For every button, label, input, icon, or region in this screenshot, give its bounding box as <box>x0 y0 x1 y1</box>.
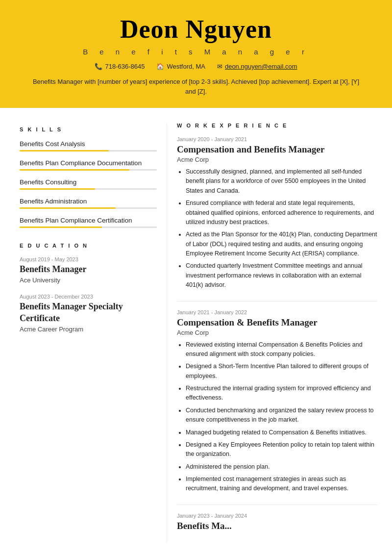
work-section-header: W O R K E X P E R I E N C E <box>177 123 377 128</box>
job-item: January 2023 - January 2024 Benefits Ma.… <box>177 513 377 531</box>
contact-row: 📞 718-636-8645 🏠 Westford, MA ✉ deon.ngu… <box>10 63 382 70</box>
edu-institution: Acme Career Program <box>20 326 157 333</box>
job-item: January 2021 - January 2022 Compensation… <box>177 309 377 494</box>
job-bullet: Conducted quarterly Investment Committee… <box>186 261 377 290</box>
skill-bar-background <box>20 226 157 228</box>
education-list: August 2019 - May 2023 Benefits Manager … <box>20 256 157 333</box>
job-title: Compensation & Benefits Manager <box>177 317 377 328</box>
job-bullets-list: Successfully designed, planned, and impl… <box>177 167 377 290</box>
job-bullets-list: Reviewed existing internal Compensation … <box>177 340 377 494</box>
job-company: Acme Corp <box>177 156 377 163</box>
job-dates: January 2021 - January 2022 <box>177 309 377 315</box>
jobs-list: January 2020 - January 2021 Compensation… <box>177 136 377 531</box>
edu-degree: Benefits Manager <box>20 264 157 275</box>
skill-item: Benefits Consulting <box>20 178 157 190</box>
skill-bar-fill <box>20 207 116 209</box>
header-section: Deon Nguyen B e n e f i t s M a n a g e … <box>0 0 392 108</box>
skill-bar-background <box>20 150 157 151</box>
location-contact: 🏠 Westford, MA <box>156 63 205 70</box>
phone-icon: 📞 <box>95 63 102 70</box>
skill-bar-fill <box>20 169 129 171</box>
candidate-name: Deon Nguyen <box>10 15 382 44</box>
edu-dates: August 2023 - December 2023 <box>20 294 157 300</box>
job-divider <box>177 301 377 302</box>
job-dates: January 2023 - January 2024 <box>177 513 377 519</box>
resume-page: Deon Nguyen B e n e f i t s M a n a g e … <box>0 0 392 553</box>
email-contact: ✉ deon.nguyen@email.com <box>217 63 297 70</box>
skill-bar-fill <box>20 150 109 151</box>
job-bullet: Designed a Key Employees Retention polic… <box>186 440 377 459</box>
skill-item: Benefits Administration <box>20 198 157 209</box>
job-bullet: Implemented cost management strategies i… <box>186 475 377 494</box>
phone-contact: 📞 718-636-8645 <box>95 63 145 70</box>
skill-name: Benefits Consulting <box>20 178 157 186</box>
location-icon: 🏠 <box>156 63 164 70</box>
job-bullet: Designed a Short-Term Incentive Plan tai… <box>186 362 377 381</box>
job-divider <box>177 504 377 505</box>
summary-text: Benefits Manager with [number of years] … <box>29 77 363 96</box>
job-dates: January 2020 - January 2021 <box>177 136 377 142</box>
job-bullet: Acted as the Plan Sponsor for the 401(k)… <box>186 230 377 258</box>
skill-bar-fill <box>20 226 102 228</box>
job-title: Benefits Ma... <box>177 521 377 531</box>
job-bullet: Successfully designed, planned, and impl… <box>186 167 377 196</box>
skill-item: Benefits Cost Analysis <box>20 140 157 151</box>
job-bullet: Managed budgeting related to Compensatio… <box>186 428 377 437</box>
skill-bar-background <box>20 188 157 190</box>
phone-number: 718-636-8645 <box>105 63 145 70</box>
skill-bar-background <box>20 207 157 209</box>
email-icon: ✉ <box>217 63 222 70</box>
body-section: S K I L L S Benefits Cost Analysis Benef… <box>0 108 392 553</box>
skills-list: Benefits Cost Analysis Benefits Plan Com… <box>20 140 157 228</box>
job-bullet: Ensured compliance with federal and stat… <box>186 199 377 227</box>
skill-item: Benefits Plan Compliance Documentation <box>20 159 157 171</box>
skill-name: Benefits Administration <box>20 198 157 205</box>
edu-dates: August 2019 - May 2023 <box>20 256 157 262</box>
job-bullet: Conducted benchmarking and organized the… <box>186 406 377 425</box>
skill-name: Benefits Plan Compliance Certification <box>20 217 157 224</box>
skill-bar-background <box>20 169 157 171</box>
job-item: January 2020 - January 2021 Compensation… <box>177 136 377 290</box>
edu-degree: Benefits Manager Specialty Certificate <box>20 301 157 324</box>
job-title: Compensation and Benefits Manager <box>177 144 377 155</box>
right-column: W O R K E X P E R I E N C E January 2020… <box>167 123 392 542</box>
job-company: Acme Corp <box>177 329 377 336</box>
education-section: E D U C A T I O N August 2019 - May 2023… <box>20 243 157 333</box>
job-bullet: Reviewed existing internal Compensation … <box>186 340 377 359</box>
education-item: August 2023 - December 2023 Benefits Man… <box>20 294 157 333</box>
skill-name: Benefits Cost Analysis <box>20 140 157 148</box>
candidate-title: B e n e f i t s M a n a g e r <box>10 48 382 56</box>
location-text: Westford, MA <box>167 63 205 70</box>
edu-institution: Ace University <box>20 276 157 284</box>
skills-section-header: S K I L L S <box>20 126 157 132</box>
left-column: S K I L L S Benefits Cost Analysis Benef… <box>0 123 167 542</box>
education-section-header: E D U C A T I O N <box>20 243 157 249</box>
skill-bar-fill <box>20 188 95 190</box>
skill-item: Benefits Plan Compliance Certification <box>20 217 157 228</box>
job-bullet: Restructured the internal grading system… <box>186 384 377 403</box>
skill-name: Benefits Plan Compliance Documentation <box>20 159 157 167</box>
education-item: August 2019 - May 2023 Benefits Manager … <box>20 256 157 284</box>
email-address: deon.nguyen@email.com <box>225 63 297 70</box>
job-bullet: Administered the pension plan. <box>186 462 377 472</box>
